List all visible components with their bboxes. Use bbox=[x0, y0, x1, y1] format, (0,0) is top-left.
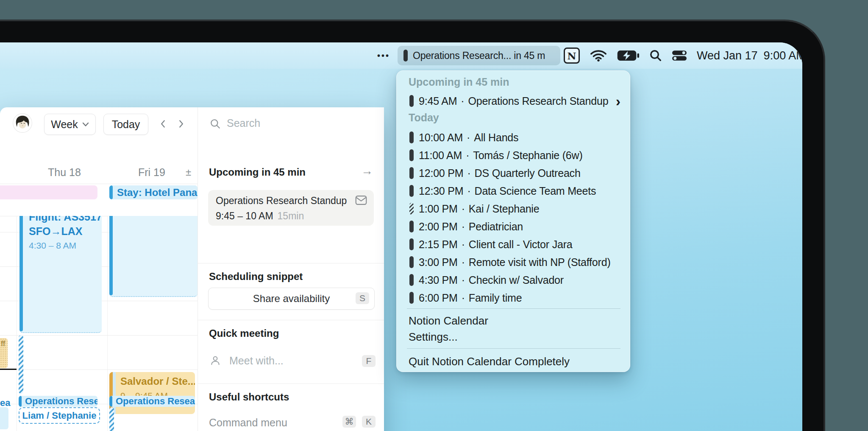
today-button[interactable]: Today bbox=[103, 114, 148, 135]
item-title: Remote visit with NP (Stafford) bbox=[469, 256, 611, 269]
item-time: 11:00 AM bbox=[419, 149, 462, 162]
dropdown-upcoming-item[interactable]: 9:45 AM · Operations Research Standup › bbox=[397, 92, 630, 110]
upcoming-event-card[interactable]: Operations Research Standup 9:45 – 10 AM… bbox=[208, 190, 374, 226]
item-time: 10:00 AM bbox=[419, 132, 463, 144]
chevron-left-icon[interactable] bbox=[158, 118, 170, 130]
envelope-icon[interactable] bbox=[355, 195, 367, 205]
control-center-icon[interactable] bbox=[672, 50, 687, 61]
panel-divider bbox=[198, 320, 384, 320]
arrow-right-icon[interactable]: → bbox=[361, 164, 373, 178]
item-title: All Hands bbox=[474, 132, 518, 144]
dropdown-divider bbox=[407, 348, 620, 349]
event-tentative-bar-thu[interactable] bbox=[19, 335, 23, 394]
today-button-label: Today bbox=[112, 118, 140, 131]
event-bar-icon bbox=[409, 132, 414, 143]
event-flight[interactable]: Flight: AS3517 SFO→LAX 4:30 – 8 AM bbox=[19, 216, 102, 333]
day-header-fri[interactable]: Fri 19 bbox=[138, 166, 165, 179]
view-selector-button[interactable]: Week bbox=[44, 114, 96, 135]
clock-time: 9:00 AM bbox=[764, 49, 802, 62]
event-title: Operations Resea bbox=[116, 396, 195, 407]
meet-with-input[interactable] bbox=[228, 354, 332, 367]
event-fragment-yellow[interactable]: ff bbox=[0, 338, 8, 368]
event-color-bar bbox=[109, 396, 112, 407]
event-bar-icon bbox=[403, 50, 408, 62]
all-day-expand-icon[interactable]: ± bbox=[186, 166, 191, 178]
panel-divider bbox=[198, 263, 384, 263]
event-fragment-blue-chip[interactable] bbox=[0, 407, 8, 429]
spotlight-search-icon[interactable] bbox=[649, 49, 662, 62]
event-color-bar bbox=[109, 216, 113, 295]
item-time: 4:30 PM bbox=[419, 274, 458, 286]
event-liam-proposed[interactable]: Liam / Stephanie bbox=[19, 407, 100, 424]
dropdown-event-item[interactable]: 12:00 PM·DS Quarterly Outreach bbox=[397, 164, 630, 182]
item-title: Kai / Stephanie bbox=[469, 203, 540, 215]
dropdown-event-item[interactable]: 2:00 PM·Pediatrician bbox=[397, 218, 630, 235]
notion-app-icon[interactable]: N bbox=[564, 48, 580, 64]
event-bar-hatched-icon bbox=[409, 203, 414, 215]
menu-bar-active-event-item[interactable]: Operations Research... in 45 m bbox=[398, 46, 560, 65]
item-separator: · bbox=[462, 203, 465, 215]
notion-calendar-window: Week Today Thu 18 Fri 19 ± bbox=[0, 107, 384, 431]
item-time: 12:00 PM bbox=[419, 167, 463, 179]
item-title: Client call - Victor Jara bbox=[469, 238, 573, 251]
marketing-frame: ••• Operations Research... in 45 m N bbox=[0, 0, 868, 431]
item-separator: · bbox=[467, 132, 470, 144]
chevron-right-icon[interactable] bbox=[175, 118, 187, 130]
dropdown-event-item[interactable]: 1:00 PM·Kai / Stephanie bbox=[397, 200, 630, 218]
search-input[interactable] bbox=[226, 117, 329, 130]
menu-bar-dropdown: Upcoming in 45 min 9:45 AM · Operations … bbox=[396, 70, 630, 372]
event-bar-icon bbox=[409, 167, 414, 179]
week-grid[interactable]: ff ea Flight: AS3517 SFO→LAX 4:30 – 8 AM bbox=[0, 216, 198, 431]
day-header-thu[interactable]: Thu 18 bbox=[48, 166, 81, 179]
person-icon bbox=[210, 355, 221, 366]
event-ops-fri[interactable]: Operations Resea bbox=[109, 396, 195, 407]
dropdown-event-item[interactable]: 6:00 PM·Family time bbox=[397, 289, 630, 307]
share-availability-button[interactable]: Share availability S bbox=[208, 288, 375, 310]
avatar[interactable] bbox=[13, 113, 32, 133]
event-stay-block[interactable] bbox=[109, 216, 198, 297]
event-salvador[interactable]: Salvador / Ste... 9 – 9:45 AM bbox=[109, 372, 195, 414]
search-icon bbox=[210, 118, 221, 129]
event-ops-thu[interactable]: Operations Resea bbox=[19, 396, 97, 407]
wifi-icon[interactable] bbox=[590, 49, 607, 62]
dropdown-event-item[interactable]: 3:00 PM·Remote visit with NP (Stafford) bbox=[397, 253, 630, 271]
column-divider bbox=[17, 216, 17, 431]
item-time: 2:00 PM bbox=[419, 221, 458, 233]
item-title: Tomás / Stephanie (6w) bbox=[473, 149, 582, 162]
event-tentative-bar-fri[interactable] bbox=[109, 407, 114, 431]
dropdown-event-item[interactable]: 10:00 AM·All Hands bbox=[397, 129, 630, 146]
item-time: 2:15 PM bbox=[419, 238, 458, 251]
dropdown-event-item[interactable]: 11:00 AM·Tomás / Stephanie (6w) bbox=[397, 146, 630, 164]
item-separator: · bbox=[466, 149, 469, 162]
event-color-bar bbox=[109, 185, 113, 199]
all-day-event-pink[interactable] bbox=[0, 185, 97, 199]
card-time: 9:45 – 10 AM bbox=[216, 210, 273, 221]
shortcut-key-s: S bbox=[356, 292, 369, 304]
upcoming-header: Upcoming in 45 min bbox=[209, 166, 306, 178]
column-divider bbox=[107, 216, 108, 431]
shortcut-key-k: K bbox=[362, 416, 376, 428]
menu-item-notion-calendar[interactable]: Notion Calendar bbox=[409, 314, 488, 327]
card-duration: 15min bbox=[278, 210, 304, 221]
dropdown-event-item[interactable]: 4:30 PM·Checkin w/ Salvador bbox=[397, 271, 630, 289]
dropdown-event-item[interactable]: 2:15 PM·Client call - Victor Jara bbox=[397, 235, 630, 253]
all-day-event-stay[interactable]: Stay: Hotel Panamer bbox=[109, 185, 198, 199]
event-bar-icon bbox=[409, 185, 414, 197]
menu-bar-event-label: Operations Research... in 45 m bbox=[413, 50, 545, 62]
event-title: Salvador / Ste... bbox=[120, 375, 195, 387]
item-time: 12:30 PM bbox=[419, 185, 463, 197]
share-availability-label: Share availability bbox=[253, 293, 330, 305]
item-time: 1:00 PM bbox=[419, 203, 458, 215]
clock-date: Wed Jan 17 bbox=[697, 49, 758, 62]
event-color-bar bbox=[19, 216, 23, 331]
menu-bar-overflow-icon[interactable]: ••• bbox=[377, 42, 390, 69]
event-title: Flight: AS3517 bbox=[29, 216, 102, 223]
menu-item-settings[interactable]: Settings... bbox=[409, 330, 458, 344]
menu-item-quit[interactable]: Quit Notion Calendar Completely bbox=[409, 355, 570, 368]
menu-bar-clock[interactable]: Wed Jan 17 9:00 AM bbox=[697, 49, 802, 62]
battery-charging-icon[interactable] bbox=[617, 50, 639, 61]
menu-bar: ••• Operations Research... in 45 m N bbox=[0, 42, 802, 69]
dropdown-event-item[interactable]: 12:30 PM·Data Science Team Meets bbox=[397, 182, 630, 200]
card-title: Operations Research Standup bbox=[216, 195, 347, 207]
event-bar-icon bbox=[409, 274, 414, 286]
